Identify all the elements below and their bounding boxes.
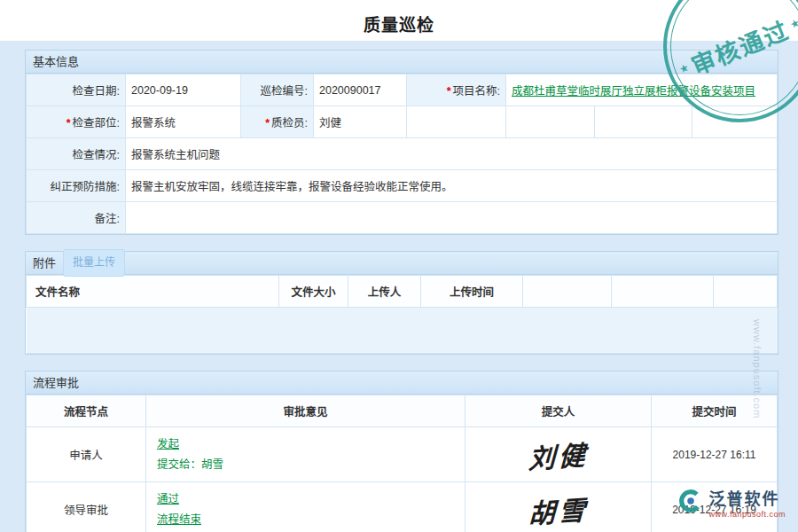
submitter-signature-cell: 胡雪 <box>466 482 652 532</box>
attach-col-time: 上传时间 <box>421 276 523 308</box>
empty-cell <box>506 106 595 138</box>
fanpu-logo-icon <box>677 488 704 514</box>
opinion-detail: 提交给：胡雪 <box>157 458 223 471</box>
basic-info-header: 基本信息 <box>26 51 778 74</box>
basic-info-title: 基本信息 <box>33 51 79 73</box>
table-row: *检查部位: 报警系统 *质检员: 刘健 <box>27 106 778 138</box>
approval-col-node: 流程节点 <box>27 395 146 427</box>
inspector-value: 刘健 <box>314 106 407 138</box>
table-row: 检查日期: 2020-09-19 巡检编号: 2020090017 *项目名称:… <box>27 74 778 106</box>
approval-section: 流程审批 流程节点 审批意见 提交人 提交时间 申请人 发起 提交给：胡雪 <box>25 371 778 532</box>
basic-info-table: 检查日期: 2020-09-19 巡检编号: 2020090017 *项目名称:… <box>26 74 778 234</box>
inspector-label-text: 质检员: <box>271 117 308 129</box>
approval-opinion: 发起 提交给：胡雪 <box>146 427 466 482</box>
table-row: 纠正预防措施: 报警主机安放牢固，线缆连接牢靠，报警设备经验收能正常使用。 <box>27 170 778 202</box>
check-date-value: 2020-09-19 <box>126 74 241 106</box>
basic-info-section: 基本信息 检查日期: 2020-09-19 巡检编号: 2020090017 *… <box>25 50 778 235</box>
approval-node: 领导审批 <box>27 482 146 532</box>
approval-node: 申请人 <box>27 427 146 482</box>
table-row: 文件名称 文件大小 上传人 上传时间 <box>27 276 778 308</box>
approval-header: 流程审批 <box>26 372 778 395</box>
brand-url: www.fanpusoft.com <box>708 510 786 519</box>
empty-cell <box>692 106 778 138</box>
brand-footer: 泛普软件 www.fanpusoft.com <box>677 486 786 519</box>
required-mark: * <box>265 117 270 129</box>
check-date-label: 检查日期: <box>27 74 126 106</box>
project-value-cell: 成都杜甫草堂临时展厅独立展柜报警设备安装项目 <box>506 74 778 106</box>
attach-col-empty <box>523 276 612 308</box>
opinion-detail-link[interactable]: 流程结束 <box>157 513 201 526</box>
empty-cell <box>595 106 692 138</box>
page-title: 质量巡检 <box>0 0 798 35</box>
check-part-label-text: 检查部位: <box>73 117 120 129</box>
table-row: 申请人 发起 提交给：胡雪 刘健 2019-12-27 16:11 <box>27 427 778 482</box>
inspector-label: *质检员: <box>241 106 314 138</box>
attach-col-size: 文件大小 <box>279 276 348 308</box>
attach-col-empty <box>612 276 714 308</box>
table-row: 备注: <box>27 202 778 234</box>
patrol-no-label: 巡检编号: <box>241 74 314 106</box>
patrol-no-value: 2020090017 <box>314 74 407 106</box>
situation-label: 检查情况: <box>27 138 126 170</box>
attach-col-uploader: 上传人 <box>348 276 421 308</box>
measures-value: 报警主机安放牢固，线缆连接牢靠，报警设备经验收能正常使用。 <box>126 170 778 202</box>
approval-title: 流程审批 <box>33 372 79 394</box>
approval-col-submitter: 提交人 <box>466 395 652 427</box>
attachments-table: 文件名称 文件大小 上传人 上传时间 <box>26 275 778 354</box>
page: ★ 审核通过 ★ 质量巡检 基本信息 检查日期: 2020-09-19 巡检编号… <box>0 0 798 532</box>
brand-name: 泛普软件 <box>708 486 786 509</box>
opinion-action-link[interactable]: 通过 <box>157 493 179 505</box>
content-area: 基本信息 检查日期: 2020-09-19 巡检编号: 2020090017 *… <box>0 41 798 532</box>
empty-cell <box>407 106 506 138</box>
approval-opinion: 通过 流程结束 <box>146 482 466 532</box>
required-mark: * <box>66 117 71 129</box>
submitter-signature-cell: 刘健 <box>466 427 652 482</box>
project-label-text: 项目名称: <box>453 85 500 98</box>
signature: 胡雪 <box>528 488 589 531</box>
attach-col-empty <box>714 276 778 308</box>
attachments-empty-row <box>27 308 778 354</box>
check-part-label: *检查部位: <box>27 106 126 138</box>
attachments-title: 附件 <box>33 252 56 274</box>
project-link[interactable]: 成都杜甫草堂临时展厅独立展柜报警设备安装项目 <box>512 85 755 98</box>
approval-table: 流程节点 审批意见 提交人 提交时间 申请人 发起 提交给：胡雪 刘健 2019… <box>26 395 778 532</box>
attachments-header: 附件 批量上传 <box>26 252 778 275</box>
submit-time: 2019-12-27 16:11 <box>652 427 778 482</box>
table-row: 领导审批 通过 流程结束 胡雪 2019-12-27 16:19 <box>27 482 778 532</box>
remark-value <box>126 202 778 234</box>
check-part-value: 报警系统 <box>126 106 241 138</box>
table-row: 检查情况: 报警系统主机问题 <box>27 138 778 170</box>
brand-text: 泛普软件 www.fanpusoft.com <box>708 486 786 519</box>
signature: 刘健 <box>528 433 589 476</box>
project-label: *项目名称: <box>407 74 506 106</box>
table-row: 流程节点 审批意见 提交人 提交时间 <box>27 395 778 427</box>
opinion-action-link[interactable]: 发起 <box>157 438 179 450</box>
attach-col-name: 文件名称 <box>27 276 279 308</box>
attachments-section: 附件 批量上传 文件名称 文件大小 上传人 上传时间 <box>25 251 778 355</box>
attachments-empty-area <box>27 308 778 354</box>
watermark-text: www.fanpusoft.com <box>752 319 763 419</box>
required-mark: * <box>447 85 451 98</box>
approval-col-opinion: 审批意见 <box>146 395 466 427</box>
remark-label: 备注: <box>27 202 126 234</box>
batch-upload-button[interactable]: 批量上传 <box>63 249 125 277</box>
measures-label: 纠正预防措施: <box>27 170 126 202</box>
title-bar: 质量巡检 <box>0 0 798 41</box>
situation-value: 报警系统主机问题 <box>126 138 778 170</box>
